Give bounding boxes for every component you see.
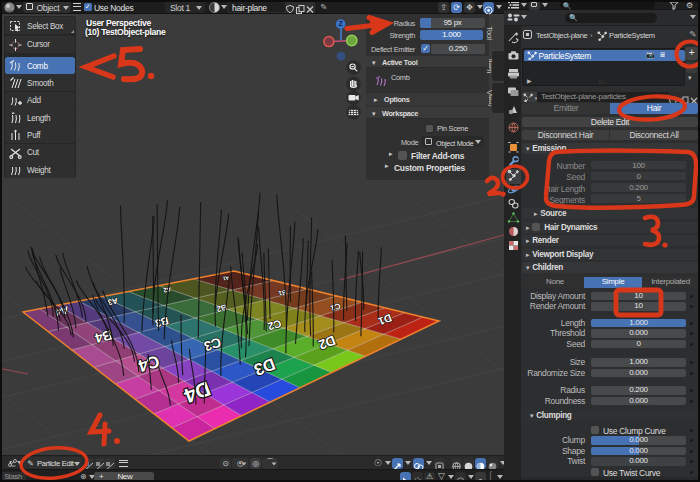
svg-text:Z: Z bbox=[339, 20, 343, 27]
